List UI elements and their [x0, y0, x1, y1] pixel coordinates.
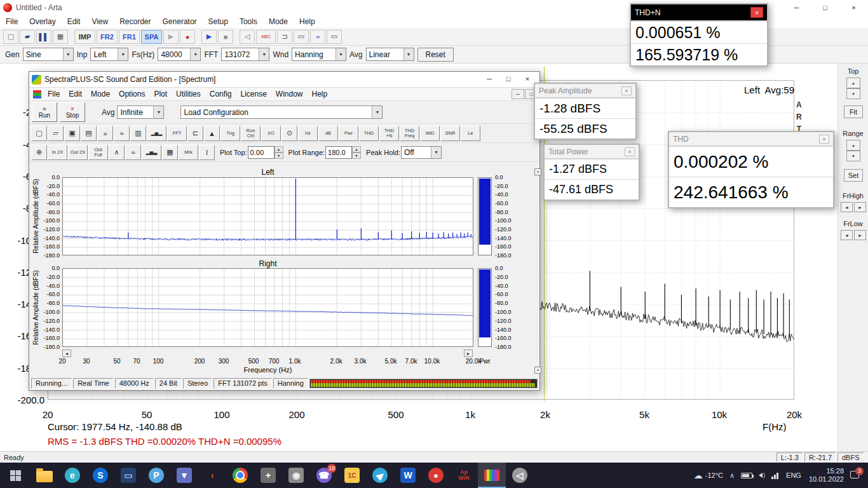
- taskbar-word-app[interactable]: W: [394, 463, 422, 488]
- close-icon[interactable]: ×: [621, 86, 632, 95]
- weather-widget[interactable]: ☁ -12°C: [694, 470, 723, 480]
- imp-mode-button[interactable]: IMP: [74, 30, 95, 44]
- curve-icon[interactable]: ≈: [125, 145, 141, 160]
- menu-item[interactable]: License: [236, 90, 271, 98]
- menu-item[interactable]: Setup: [203, 17, 234, 26]
- open-icon[interactable]: ▱: [48, 126, 64, 141]
- run-ctrl-button[interactable]: Run Ctrl: [241, 126, 261, 141]
- avg-select[interactable]: Linear▾: [366, 48, 414, 61]
- taskbar-messenger-app[interactable]: S: [86, 463, 114, 488]
- chevron-down-icon[interactable]: ▾: [118, 48, 128, 60]
- load-configuration-select[interactable]: Load Configuration▾: [180, 105, 383, 119]
- chevron-down-icon[interactable]: ▾: [403, 48, 414, 60]
- box-icon[interactable]: ▭: [327, 30, 342, 44]
- cursor-icon[interactable]: I: [199, 145, 215, 160]
- run-button[interactable]: ≈Run: [32, 102, 57, 122]
- reset-button[interactable]: Reset: [417, 48, 454, 62]
- menu-item[interactable]: Edit: [64, 90, 86, 98]
- maximize-icon[interactable]: □: [499, 72, 518, 85]
- pwr-button[interactable]: Pwr: [339, 126, 358, 141]
- battery-icon[interactable]: [741, 473, 752, 478]
- total-power-titlebar[interactable]: Total Power ×: [545, 145, 639, 159]
- zoom-icon[interactable]: ⊕: [31, 145, 47, 160]
- histogram-icon[interactable]: ▂▅▃: [142, 145, 161, 160]
- pan-right-button[interactable]: ►: [464, 349, 473, 357]
- level-button[interactable]: Le: [461, 126, 480, 141]
- spa-mode-button[interactable]: SPA: [141, 30, 162, 44]
- clock[interactable]: 15:28 10.01.2022: [809, 467, 844, 484]
- top-down-button[interactable]: ▾: [846, 88, 860, 99]
- play-icon[interactable]: ▶: [201, 30, 217, 44]
- close-icon[interactable]: ×: [819, 135, 829, 144]
- connector-icon[interactable]: ⊐: [277, 30, 292, 44]
- imd-button[interactable]: IMD: [420, 126, 440, 141]
- range-up-button[interactable]: ▴: [846, 140, 860, 151]
- sine-icon[interactable]: ⊙: [281, 126, 297, 141]
- peak-amplitude-window[interactable]: Peak Amplitude × -1.28 dBFS -55.25 dBFS: [534, 83, 637, 140]
- spectrogram-icon[interactable]: ▥: [130, 126, 146, 141]
- chevron-down-icon[interactable]: ▾: [336, 48, 346, 60]
- db-button[interactable]: dB: [318, 126, 338, 141]
- taskbar-telegram-app[interactable]: ▶: [366, 463, 394, 488]
- frhigh-left-button[interactable]: ◄: [841, 202, 853, 212]
- thd-freq-button[interactable]: THD Freq: [400, 126, 419, 141]
- menu-item[interactable]: Mode: [86, 90, 114, 98]
- menu-item[interactable]: Plot: [149, 90, 172, 98]
- taskbar-remote-app[interactable]: ▭: [114, 463, 142, 488]
- menu-item[interactable]: File: [0, 17, 24, 26]
- fr2-mode-button[interactable]: FR2: [97, 30, 118, 44]
- taskbar-apwin-app[interactable]: ApWiN: [450, 463, 478, 488]
- frlow-left-button[interactable]: ◄: [841, 230, 853, 240]
- taskbar-volume-app[interactable]: ◁: [506, 463, 534, 488]
- taskbar-paint-app[interactable]: P: [142, 463, 170, 488]
- menu-item[interactable]: Help: [308, 90, 332, 98]
- trig-button[interactable]: Trig: [220, 126, 240, 141]
- peak-amplitude-titlebar[interactable]: Peak Amplitude ×: [535, 84, 635, 98]
- chevron-down-icon[interactable]: ▾: [372, 106, 382, 118]
- taskbar-utility-app[interactable]: +: [254, 463, 282, 488]
- menu-item[interactable]: Recorder: [114, 17, 156, 26]
- tray-expand-icon[interactable]: ∧: [729, 471, 735, 480]
- speaker-icon[interactable]: ◁: [240, 30, 255, 44]
- set-button[interactable]: Set: [844, 169, 863, 182]
- fft-button[interactable]: FFT: [167, 126, 187, 141]
- close-icon[interactable]: ×: [839, 0, 868, 15]
- overlay-icon[interactable]: ▰: [20, 30, 35, 44]
- expand-bottom-button[interactable]: +: [534, 367, 541, 374]
- menu-item[interactable]: Utilities: [172, 90, 205, 98]
- calibration-icon[interactable]: ▲: [204, 126, 220, 141]
- taskbar-viber-app[interactable]: ☎18: [310, 463, 338, 488]
- table-icon[interactable]: ▦: [53, 30, 68, 44]
- chevron-down-icon[interactable]: ▾: [431, 147, 441, 158]
- menu-item[interactable]: Tools: [234, 17, 263, 26]
- chevron-down-icon[interactable]: ▾: [259, 48, 269, 60]
- taskbar-spectraplus-app[interactable]: [478, 463, 506, 488]
- hz-button[interactable]: Hz: [298, 126, 318, 141]
- taskbar-chrome-browser[interactable]: [226, 463, 254, 488]
- taskbar-save-app[interactable]: ▼: [170, 463, 198, 488]
- menu-item[interactable]: Help: [294, 17, 321, 26]
- taskbar-file-explorer[interactable]: [31, 463, 58, 488]
- minimize-icon[interactable]: ─: [782, 0, 811, 15]
- fft-select[interactable]: 131072▾: [221, 48, 269, 61]
- spectraplus-titlebar[interactable]: SpectraPLUS-SC Sound Card Edition - [Spe…: [29, 72, 539, 88]
- peak-hold-select[interactable]: Off▾: [401, 146, 442, 159]
- minimize-icon[interactable]: ─: [480, 72, 499, 85]
- menu-item[interactable]: Config: [205, 90, 236, 98]
- io-button[interactable]: I/O: [261, 126, 281, 141]
- left-channel-spectrum[interactable]: [62, 177, 473, 255]
- thdn-window[interactable]: THD+N × 0.000651 % 165.593719 %: [630, 3, 768, 67]
- spin-up-icon[interactable]: ▴: [275, 146, 283, 152]
- child-minimize-icon[interactable]: ─: [512, 89, 524, 99]
- range-down-button[interactable]: ▾: [846, 151, 860, 161]
- menu-item[interactable]: Mode: [263, 17, 294, 26]
- new-file-icon[interactable]: ▢: [3, 30, 18, 44]
- fit-button[interactable]: Fit: [844, 105, 863, 118]
- menu-item[interactable]: Window: [271, 90, 308, 98]
- save-icon[interactable]: ▣: [64, 126, 80, 141]
- zoom-in-2x-button[interactable]: In 2X: [48, 145, 67, 160]
- pause-icon[interactable]: ▌▌: [36, 30, 51, 44]
- taskbar-1c-app[interactable]: 1С: [338, 463, 366, 488]
- wnd-select[interactable]: Hanning▾: [292, 48, 346, 61]
- taskbar-edge-browser[interactable]: e: [58, 463, 86, 488]
